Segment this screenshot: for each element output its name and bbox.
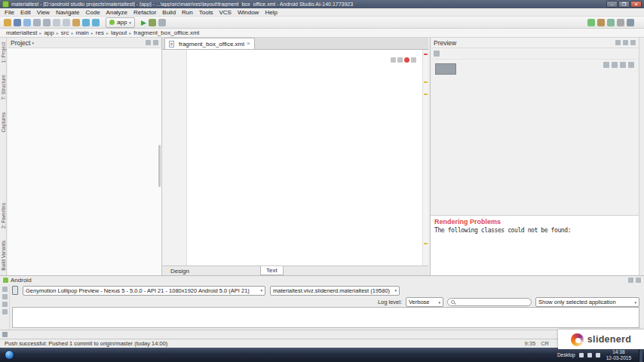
hidden-icons-button[interactable] [579, 353, 584, 357]
save-all-icon[interactable] [14, 19, 21, 26]
caret-position-indicator[interactable]: 9:35 [525, 340, 536, 347]
inspection-icon[interactable] [411, 57, 416, 63]
taskbar-clock[interactable]: 14:38 12-03-2015 [604, 349, 633, 360]
line-ending-indicator[interactable]: CR [541, 340, 549, 347]
gradle-sync-icon[interactable] [607, 19, 615, 26]
device-selector-dropdown[interactable]: Genymotion Lollipop Preview - Nexus 5 - … [23, 286, 265, 296]
copy-icon[interactable] [63, 19, 70, 26]
gear-icon[interactable] [628, 278, 633, 283]
paste-icon[interactable] [72, 19, 80, 26]
menu-item-file[interactable]: File [2, 9, 17, 16]
layout-inspector-icon[interactable] [2, 309, 8, 314]
tool-button-7-structure[interactable]: 7: Structure [1, 75, 6, 100]
breadcrumb-item-main[interactable]: main [75, 29, 88, 36]
start-button[interactable] [5, 350, 14, 360]
forward-icon[interactable] [92, 19, 100, 26]
run-config-combo[interactable]: app ▾ [106, 17, 135, 28]
error-indicator-icon[interactable] [404, 57, 409, 63]
warning-stripe-mark[interactable] [424, 94, 428, 95]
tab-fragment-box-office[interactable]: fragment_box_office.xml × [164, 38, 255, 49]
volume-icon[interactable] [596, 353, 600, 357]
desktop-toolbar[interactable]: Desktop [557, 352, 575, 357]
avd-manager-icon[interactable] [587, 19, 595, 26]
tab-design[interactable]: Design [165, 266, 195, 275]
menu-item-window[interactable]: Window [235, 9, 262, 16]
error-stripe-mark[interactable] [424, 54, 428, 55]
cut-icon[interactable] [53, 19, 60, 26]
maximize-button[interactable]: ❐ [618, 1, 630, 8]
red-icon[interactable] [43, 19, 51, 26]
terminate-app-icon[interactable] [2, 302, 8, 307]
breadcrumb-item-fragment-box-office-xml[interactable]: fragment_box_office.xml [133, 29, 199, 36]
warning-stripe-mark[interactable] [424, 81, 428, 83]
log-level-dropdown[interactable]: Verbose ▾ [406, 297, 443, 307]
editor-body[interactable] [162, 50, 428, 265]
collapse-all-icon[interactable] [153, 40, 158, 45]
menu-item-code[interactable]: Code [82, 9, 103, 16]
pin-icon[interactable] [615, 40, 621, 45]
project-panel-title[interactable]: Project [11, 39, 30, 47]
breadcrumb-item-app[interactable]: app [44, 29, 54, 36]
editor-scrollbar[interactable] [422, 50, 428, 265]
inspection-icon[interactable] [391, 57, 396, 63]
orientation-icon[interactable] [434, 51, 440, 57]
logcat-output[interactable] [12, 307, 639, 328]
debug-icon[interactable] [149, 19, 156, 26]
show-desktop-button[interactable] [639, 348, 642, 362]
menu-item-view[interactable]: View [34, 9, 53, 16]
open-project-icon[interactable] [4, 19, 11, 26]
tool-button-build-variants[interactable]: Build Variants [1, 241, 6, 271]
logcat-filter-dropdown[interactable]: Show only selected application ▾ [535, 297, 639, 307]
code-lines[interactable] [188, 50, 422, 265]
process-selector-dropdown[interactable]: materialtest.vivz.slidenerd.materialtest… [270, 286, 400, 296]
minimize-button[interactable]: – [606, 1, 618, 8]
warning-stripe-mark[interactable] [424, 243, 428, 244]
tool-button-1-project[interactable]: 1: Project [1, 42, 6, 63]
breadcrumb-item-src[interactable]: src [61, 29, 69, 36]
run-icon[interactable]: ▶ [141, 19, 146, 26]
menu-item-refactor[interactable]: Refactor [130, 9, 159, 16]
logcat-search-box[interactable] [447, 298, 532, 306]
inspection-icon[interactable] [397, 57, 403, 63]
gear-icon[interactable] [146, 40, 151, 45]
preview-canvas[interactable] [435, 63, 456, 75]
help-icon[interactable] [627, 19, 634, 26]
undo-icon[interactable] [33, 19, 41, 26]
breadcrumb-item-layout[interactable]: layout [111, 29, 127, 36]
close-button[interactable]: ✕ [630, 1, 642, 8]
project-tree-scrollbar[interactable] [158, 145, 161, 187]
zoom-fit-icon[interactable] [603, 62, 609, 68]
tool-button-captures[interactable]: Captures [1, 112, 6, 132]
sync-files-icon[interactable] [23, 19, 31, 26]
menu-item-edit[interactable]: Edit [17, 9, 34, 16]
breadcrumb-item-materialtest[interactable]: materialtest [6, 29, 37, 36]
screenshot-icon[interactable] [2, 287, 8, 292]
refresh-icon[interactable] [628, 62, 634, 68]
attach-debugger-icon[interactable] [158, 19, 166, 26]
sdk-manager-icon[interactable] [597, 19, 605, 26]
gear-icon[interactable] [623, 40, 628, 45]
tab-text[interactable]: Text [260, 266, 284, 275]
settings-icon[interactable] [617, 19, 624, 26]
menu-item-run[interactable]: Run [179, 9, 196, 16]
menu-item-vcs[interactable]: VCS [216, 9, 234, 16]
zoom-in-icon[interactable] [612, 62, 618, 68]
chevron-down-icon[interactable]: ▾ [32, 41, 34, 45]
breadcrumb-item-res[interactable]: res [96, 29, 104, 36]
menu-item-navigate[interactable]: Navigate [53, 9, 83, 16]
title-bar[interactable]: materialtest - [D:\android studio projec… [0, 0, 644, 8]
menu-item-build[interactable]: Build [159, 9, 179, 16]
screen-record-icon[interactable] [2, 294, 8, 299]
tool-window-switcher-icon[interactable] [2, 332, 8, 337]
hide-icon[interactable] [630, 40, 636, 45]
menu-item-analyze[interactable]: Analyze [103, 9, 130, 16]
close-icon[interactable]: × [247, 41, 250, 47]
menu-item-help[interactable]: Help [262, 9, 280, 16]
back-icon[interactable] [82, 19, 90, 26]
logcat-search-input[interactable] [457, 299, 528, 305]
tool-button-2-favorites[interactable]: 2: Favorites [1, 203, 6, 229]
zoom-out-icon[interactable] [620, 62, 626, 68]
menu-item-tools[interactable]: Tools [196, 9, 216, 16]
network-icon[interactable] [587, 353, 592, 357]
minimize-panel-icon[interactable] [636, 278, 641, 283]
